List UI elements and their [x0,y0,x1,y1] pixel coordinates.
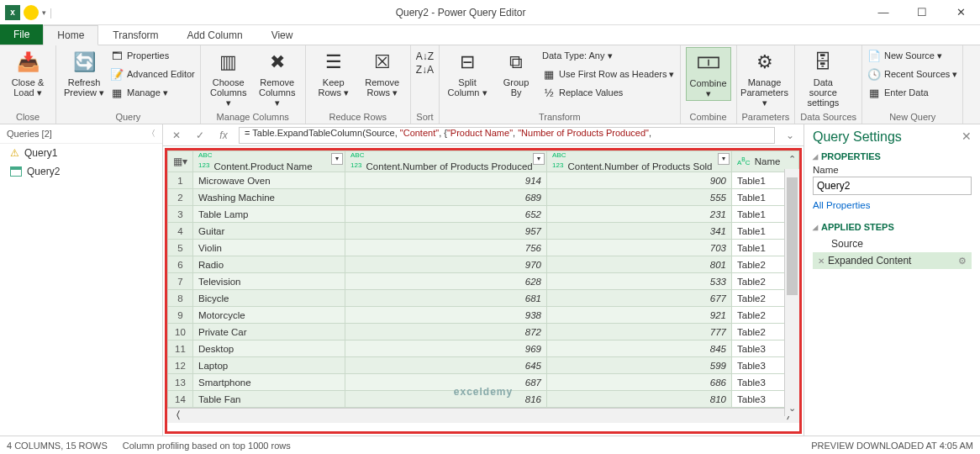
cell-sold[interactable]: 810 [547,391,732,408]
cell-produced[interactable]: 645 [345,357,547,374]
cell-produced[interactable]: 756 [345,240,547,256]
data-type-button[interactable]: Data Type: Any ▾ [542,47,674,64]
table-row[interactable]: 2Washing Machine689555Table1 [168,189,799,206]
query-name-input[interactable] [813,177,972,195]
qat-dropdown-icon[interactable]: ▾ [42,8,46,17]
row-number[interactable]: 2 [168,189,193,206]
manage-parameters-button[interactable]: ⚙Manage Parameters ▾ [742,47,788,109]
gear-icon[interactable]: ⚙ [958,256,967,267]
split-column-button[interactable]: ⊟Split Column ▾ [445,47,490,99]
remove-columns-button[interactable]: ✖Remove Columns ▾ [255,47,300,109]
cell-sold[interactable]: 677 [547,290,732,307]
formula-expand-icon[interactable]: ⌄ [782,129,798,141]
cell-product[interactable]: Table Fan [193,391,345,408]
filter-icon[interactable]: ▾ [331,153,343,165]
row-number[interactable]: 4 [168,223,193,240]
queries-collapse-icon[interactable]: 〈 [147,128,155,140]
row-number[interactable]: 6 [168,256,193,273]
scroll-down-icon[interactable]: ⌄ [785,403,799,416]
file-tab[interactable]: File [0,24,43,45]
row-number[interactable]: 5 [168,240,193,256]
row-number[interactable]: 9 [168,307,193,324]
fx-icon[interactable]: fx [215,129,232,141]
table-row[interactable]: 3Table Lamp652231Table1 [168,206,799,223]
group-by-button[interactable]: ⧉Group By [493,47,539,99]
delete-step-icon[interactable]: ✕ [818,256,825,266]
advanced-editor-button[interactable]: 📝Advanced Editor [110,66,195,82]
minimize-button[interactable]: — [864,0,903,25]
cell-sold[interactable]: 555 [547,189,732,206]
cell-product[interactable]: Microwave Oven [193,172,345,189]
row-number[interactable]: 12 [168,357,193,374]
row-number[interactable]: 3 [168,206,193,223]
cell-produced[interactable]: 957 [345,223,547,240]
filter-icon[interactable]: ▾ [533,153,545,165]
table-row[interactable]: 6Radio970801Table2 [168,256,799,273]
formula-input[interactable]: = Table.ExpandTableColumn(Source, "Conte… [239,127,775,144]
row-header-corner[interactable]: ▦▾ [168,151,193,172]
row-number[interactable]: 10 [168,324,193,340]
table-row[interactable]: 10Private Car872777Table2 [168,324,799,340]
cell-produced[interactable]: 687 [345,374,547,391]
col-header-sold[interactable]: ABC123 Content.Number of Products Sold▾ [547,151,732,172]
data-grid[interactable]: ▦▾ ABC123 Content.Product Name▾ ABC123 C… [167,150,799,408]
table-row[interactable]: 11Desktop969845Table3 [168,340,799,357]
table-row[interactable]: 1Microwave Oven914900Table1 [168,172,799,189]
properties-button[interactable]: 🗔Properties [110,47,195,64]
sort-desc-button[interactable]: Z↓A [416,64,434,76]
close-button[interactable]: ✕ [941,0,980,25]
cell-produced[interactable]: 872 [345,324,547,340]
combine-button[interactable]: 🀱Combine ▾ [686,47,731,101]
cell-product[interactable]: Washing Machine [193,189,345,206]
table-row[interactable]: 8Bicycle681677Table2 [168,290,799,307]
scroll-up-icon[interactable]: ⌃ [785,154,799,167]
table-row[interactable]: 7Television628533Table2 [168,273,799,290]
formula-cancel-icon[interactable]: ✕ [168,129,185,141]
cell-product[interactable]: Motorcycle [193,307,345,324]
cell-produced[interactable]: 681 [345,290,547,307]
step-source[interactable]: Source [813,235,972,252]
cell-produced[interactable]: 628 [345,273,547,290]
table-row[interactable]: 13Smartphone687686Table3 [168,374,799,391]
cell-product[interactable]: Private Car [193,324,345,340]
cell-produced[interactable]: 969 [345,340,547,357]
query-item-1[interactable]: ⚠Query1 [0,144,162,162]
settings-close-icon[interactable]: ✕ [962,129,972,145]
enter-data-button[interactable]: ▦Enter Data [867,84,957,101]
cell-produced[interactable]: 970 [345,256,547,273]
table-row[interactable]: 9Motorcycle938921Table2 [168,307,799,324]
all-properties-link[interactable]: All Properties [813,200,972,210]
cell-sold[interactable]: 777 [547,324,732,340]
table-row[interactable]: 12Laptop645599Table3 [168,357,799,374]
cell-product[interactable]: Guitar [193,223,345,240]
col-header-product[interactable]: ABC123 Content.Product Name▾ [193,151,345,172]
vertical-scrollbar[interactable]: ⌃ ⌄ [784,169,799,416]
sort-asc-button[interactable]: A↓Z [416,50,434,62]
scroll-left-icon[interactable]: 〈 [171,409,181,423]
cell-sold[interactable]: 801 [547,256,732,273]
query-item-2[interactable]: Query2 [0,162,162,181]
cell-product[interactable]: Radio [193,256,345,273]
cell-produced[interactable]: 938 [345,307,547,324]
close-load-button[interactable]: 📥Close & Load ▾ [5,47,50,99]
cell-produced[interactable]: 689 [345,189,547,206]
table-row[interactable]: 4Guitar957341Table1 [168,223,799,240]
row-number[interactable]: 1 [168,172,193,189]
smile-icon[interactable] [24,5,39,20]
col-header-produced[interactable]: ABC123 Content.Number of Products Produc… [345,151,547,172]
addcolumn-tab[interactable]: Add Column [173,24,257,45]
cell-produced[interactable]: 816 [345,391,547,408]
cell-product[interactable]: Smartphone [193,374,345,391]
formula-accept-icon[interactable]: ✓ [192,129,208,141]
step-expanded-content[interactable]: ✕Expanded Content⚙ [813,252,972,269]
row-number[interactable]: 14 [168,391,193,408]
cell-produced[interactable]: 652 [345,206,547,223]
cell-product[interactable]: Table Lamp [193,206,345,223]
cell-sold[interactable]: 703 [547,240,732,256]
keep-rows-button[interactable]: ☰Keep Rows ▾ [311,47,356,99]
cell-sold[interactable]: 900 [547,172,732,189]
table-row[interactable]: 5Violin756703Table1 [168,240,799,256]
transform-tab[interactable]: Transform [98,24,172,45]
cell-sold[interactable]: 599 [547,357,732,374]
row-number[interactable]: 13 [168,374,193,391]
